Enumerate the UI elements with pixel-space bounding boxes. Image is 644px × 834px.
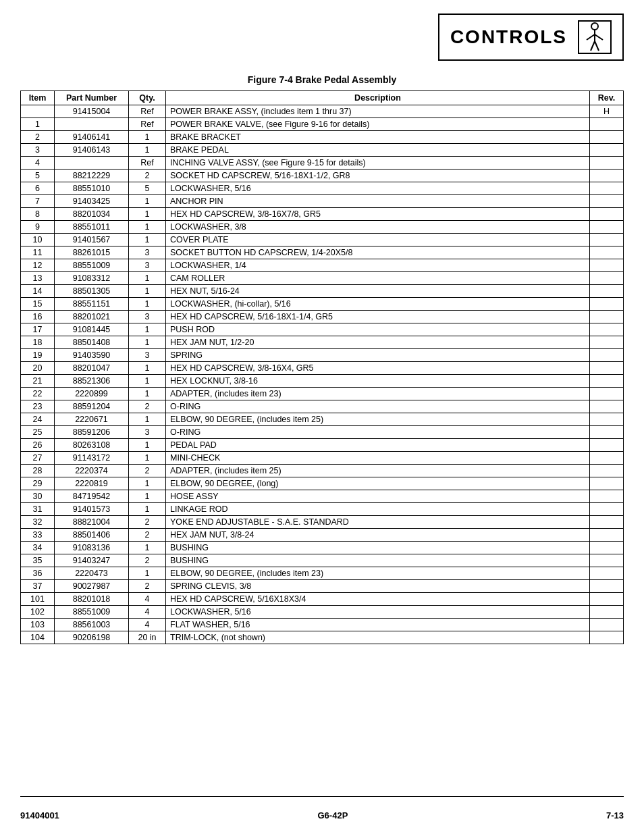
cell-desc: YOKE END ADJUSTABLE - S.A.E. STANDARD <box>166 516 590 529</box>
cell-desc: SOCKET BUTTON HD CAPSCREW, 1/4-20X5/8 <box>166 246 590 259</box>
table-row: 35914032472BUSHING <box>21 554 624 567</box>
table-row: 23885912042 O-RING <box>21 400 624 413</box>
cell-part: 90027987 <box>55 580 129 593</box>
cell-rev <box>590 554 624 567</box>
cell-item: 28 <box>21 465 55 477</box>
cell-item: 22 <box>21 388 55 400</box>
cell-item: 6 <box>21 182 55 195</box>
col-header-desc: Description <box>166 91 590 105</box>
cell-item: 21 <box>21 375 55 388</box>
cell-desc: SPRING CLEVIS, 3/8 <box>166 580 590 593</box>
table-row: 4RefINCHING VALVE ASSY, (see Figure 9-15… <box>21 157 624 170</box>
cell-qty: 1 <box>129 234 166 246</box>
controls-icon <box>578 20 612 54</box>
cell-qty: 1 <box>129 490 166 503</box>
cell-qty: Ref <box>129 157 166 170</box>
cell-item: 2 <box>21 131 55 144</box>
cell-rev <box>590 516 624 529</box>
cell-rev <box>590 336 624 349</box>
figure-title: Figure 7-4 Brake Pedal Assembly <box>20 74 624 85</box>
cell-desc: POWER BRAKE VALVE, (see Figure 9-16 for … <box>166 118 590 131</box>
cell-desc: HEX LOCKNUT, 3/8-16 <box>166 375 590 388</box>
table-row: 91415004RefPOWER BRAKE ASSY, (includes i… <box>21 105 624 118</box>
cell-item: 34 <box>21 542 55 554</box>
cell-item: 1 <box>21 118 55 131</box>
table-row: 9885510111LOCKWASHER, 3/8 <box>21 221 624 234</box>
cell-desc: LOCKWASHER, 5/16 <box>166 182 590 195</box>
header: CONTROLS <box>20 14 624 61</box>
cell-part: 91403590 <box>55 349 129 362</box>
cell-part: 80263108 <box>55 439 129 452</box>
cell-item: 101 <box>21 593 55 606</box>
cell-rev <box>590 388 624 400</box>
cell-rev <box>590 477 624 490</box>
footer-right: 7-13 <box>606 810 624 820</box>
cell-item: 24 <box>21 413 55 426</box>
cell-item: 7 <box>21 195 55 208</box>
cell-item: 13 <box>21 272 55 285</box>
cell-qty: 2 <box>129 580 166 593</box>
cell-qty: 1 <box>129 542 166 554</box>
cell-qty: 3 <box>129 259 166 272</box>
cell-desc: INCHING VALVE ASSY, (see Figure 9-15 for… <box>166 157 590 170</box>
cell-qty: 2 <box>129 170 166 182</box>
cell-item: 33 <box>21 529 55 542</box>
cell-rev <box>590 144 624 157</box>
cell-part: 84719542 <box>55 490 129 503</box>
cell-desc: HEX HD CAPSCREW, 5/16X18X3/4 <box>166 593 590 606</box>
cell-rev <box>590 503 624 516</box>
cell-qty: 1 <box>129 439 166 452</box>
cell-part: 91415004 <box>55 105 129 118</box>
cell-rev <box>590 311 624 323</box>
cell-qty: 1 <box>129 131 166 144</box>
cell-item: 35 <box>21 554 55 567</box>
cell-item: 14 <box>21 285 55 298</box>
cell-part: 91143172 <box>55 452 129 465</box>
table-row: 12885510093LOCKWASHER, 1/4 <box>21 259 624 272</box>
cell-desc: LINKAGE ROD <box>166 503 590 516</box>
cell-item: 103 <box>21 619 55 631</box>
cell-qty: 4 <box>129 593 166 606</box>
cell-part: 91083136 <box>55 542 129 554</box>
cell-item: 29 <box>21 477 55 490</box>
cell-desc: HEX HD CAPSCREW, 3/8-16X4, GR5 <box>166 362 590 375</box>
cell-rev <box>590 619 624 631</box>
cell-rev <box>590 246 624 259</box>
table-row: 15885511511LOCKWASHER, (hi-collar), 5/16 <box>21 298 624 311</box>
cell-desc: ELBOW, 90 DEGREE, (long) <box>166 477 590 490</box>
table-row: 19914035903SPRING <box>21 349 624 362</box>
cell-rev <box>590 157 624 170</box>
cell-part: 88551009 <box>55 259 129 272</box>
table-row: 11882610153SOCKET BUTTON HD CAPSCREW, 1/… <box>21 246 624 259</box>
table-row: 5882122292SOCKET HD CAPSCREW, 5/16-18X1-… <box>21 170 624 182</box>
cell-part: 88591206 <box>55 426 129 439</box>
cell-rev <box>590 221 624 234</box>
cell-part: 88501305 <box>55 285 129 298</box>
cell-desc: LOCKWASHER, 3/8 <box>166 221 590 234</box>
cell-item: 31 <box>21 503 55 516</box>
cell-part: 88551151 <box>55 298 129 311</box>
cell-qty: 1 <box>129 413 166 426</box>
cell-desc: MINI-CHECK <box>166 452 590 465</box>
cell-qty: 2 <box>129 465 166 477</box>
page-wrapper: CONTROLS Figure 7-4 Brake Pedal Ass <box>0 0 644 834</box>
cell-rev <box>590 349 624 362</box>
cell-desc: TRIM-LOCK, (not shown) <box>166 631 590 644</box>
table-row: 16882010213HEX HD CAPSCREW, 5/16-18X1-1/… <box>21 311 624 323</box>
cell-rev <box>590 465 624 477</box>
cell-item: 18 <box>21 336 55 349</box>
cell-qty: 3 <box>129 246 166 259</box>
svg-line-2 <box>587 34 595 40</box>
svg-line-4 <box>591 41 595 51</box>
cell-part: 88201021 <box>55 311 129 323</box>
cell-part: 88201047 <box>55 362 129 375</box>
cell-item: 9 <box>21 221 55 234</box>
cell-part: 2220671 <box>55 413 129 426</box>
controls-box: CONTROLS <box>438 14 624 61</box>
cell-rev <box>590 490 624 503</box>
cell-rev <box>590 375 624 388</box>
cell-desc: PUSH ROD <box>166 323 590 336</box>
footer-center: G6-42P <box>318 810 348 820</box>
cell-qty: 1 <box>129 503 166 516</box>
cell-qty: 1 <box>129 477 166 490</box>
